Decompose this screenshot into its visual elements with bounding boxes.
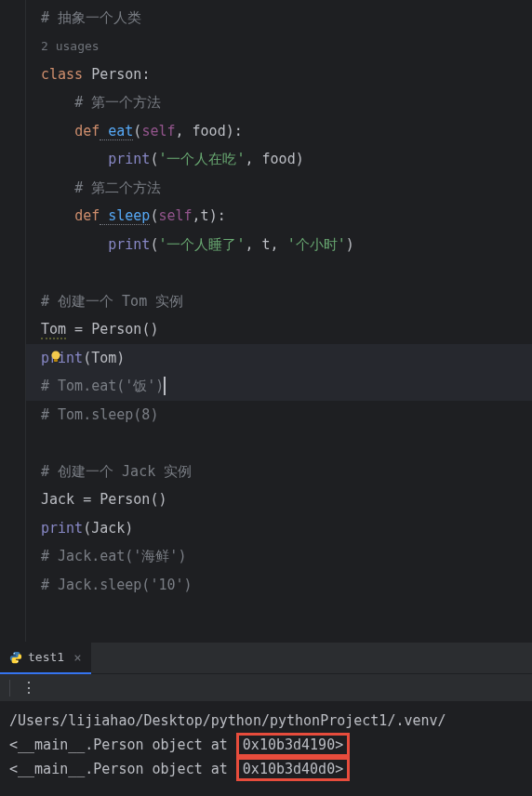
editor-gutter [0, 0, 26, 642]
code-editor[interactable]: # 抽象一个人类 2 usages class Person: # 第一个方法 … [0, 0, 532, 642]
self-param: self [141, 123, 175, 139]
code-line: # Jack.eat('海鲜') [26, 542, 532, 571]
highlighted-address: 0x10b3d40d0> [236, 757, 350, 781]
blank-line [26, 429, 532, 458]
comment: # 创建一个 Jack 实例 [41, 463, 192, 480]
code-line: def sleep(self,t): [26, 202, 532, 231]
var-name: Jack [41, 491, 74, 508]
python-icon [9, 651, 22, 664]
comment: # Tom.eat('饭') [41, 378, 164, 394]
code-line: class Person: [26, 60, 532, 89]
builtin: print [108, 151, 150, 167]
class-ref: Person [100, 491, 150, 508]
comment: # Tom.sleep(8) [41, 406, 158, 423]
code-line: Tom = Person() [26, 315, 532, 344]
highlighted-address: 0x10b3d4190> [236, 733, 350, 757]
intention-bulb-icon[interactable] [48, 350, 63, 365]
arg: food [254, 151, 296, 167]
usages-hint[interactable]: 2 usages [26, 33, 532, 60]
more-icon[interactable]: ⋮ [21, 679, 36, 696]
string: '个小时' [279, 236, 346, 253]
code-line-current: # Tom.eat('饭') [26, 372, 532, 401]
class-name: Person [83, 66, 141, 83]
keyword: def [74, 123, 100, 139]
code-line: # 创建一个 Jack 实例 [26, 458, 532, 486]
console-out-line: <__main__.Person object at 0x10b3d4190> [9, 733, 523, 757]
code-line: # Tom.sleep(8) [26, 401, 532, 430]
comment: # Jack.eat('海鲜') [41, 548, 186, 564]
run-tab[interactable]: test1 × [0, 643, 91, 674]
code-line: print(Jack) [26, 514, 532, 543]
close-icon[interactable]: × [73, 650, 81, 665]
console-path: /Users/lijiahao/Desktop/python/pythonPro… [9, 709, 523, 733]
arg: t [254, 236, 271, 253]
comment: # 创建一个 Tom 实例 [41, 293, 183, 310]
colon: : [141, 66, 150, 83]
code-line: # 创建一个 Tom 实例 [26, 287, 532, 316]
func-name: eat [100, 123, 133, 140]
text-cursor [164, 377, 166, 395]
self-param: self [158, 207, 192, 224]
tab-label: test1 [28, 650, 64, 664]
code-line: def eat(self, food): [26, 117, 532, 146]
console-toolbar: ⋮ [0, 673, 532, 701]
builtin: print [41, 520, 83, 537]
code-line: # 抽象一个人类 [26, 4, 532, 33]
code-line: print('一个人睡了', t, '个小时') [26, 231, 532, 259]
comment: # 第一个方法 [74, 94, 161, 111]
svg-point-3 [17, 660, 18, 661]
svg-point-0 [52, 352, 60, 360]
console-out-line: <__main__.Person object at 0x10b3d40d0> [9, 757, 523, 781]
console-output[interactable]: /Users/lijiahao/Desktop/python/pythonPro… [0, 701, 532, 789]
svg-point-2 [14, 652, 15, 653]
run-tab-bar: test1 × [0, 642, 532, 673]
separator [9, 680, 10, 696]
var-name: Tom [41, 321, 66, 339]
code-line: print('一个人在吃', food) [26, 145, 532, 174]
builtin: print [108, 236, 150, 253]
param: food [184, 123, 226, 139]
string: '一个人在吃' [158, 151, 245, 167]
string: '一个人睡了' [158, 236, 245, 253]
keyword: class [41, 66, 83, 83]
class-ref: Person [91, 321, 141, 338]
code-line: print(Tom) [26, 344, 532, 373]
keyword: def [74, 207, 100, 224]
arg: Tom [91, 350, 116, 366]
arg: Jack [91, 520, 125, 537]
param: t [201, 207, 209, 224]
func-name: sleep [100, 207, 150, 225]
blank-line [26, 259, 532, 287]
svg-rect-1 [54, 359, 58, 362]
code-line: # 第一个方法 [26, 88, 532, 117]
comment: # 抽象一个人类 [41, 9, 141, 26]
code-line: Jack = Person() [26, 485, 532, 514]
code-line: # Jack.sleep('10') [26, 571, 532, 600]
comment: # Jack.sleep('10') [41, 577, 193, 593]
code-line: # 第二个方法 [26, 174, 532, 203]
comment: # 第二个方法 [74, 179, 161, 196]
